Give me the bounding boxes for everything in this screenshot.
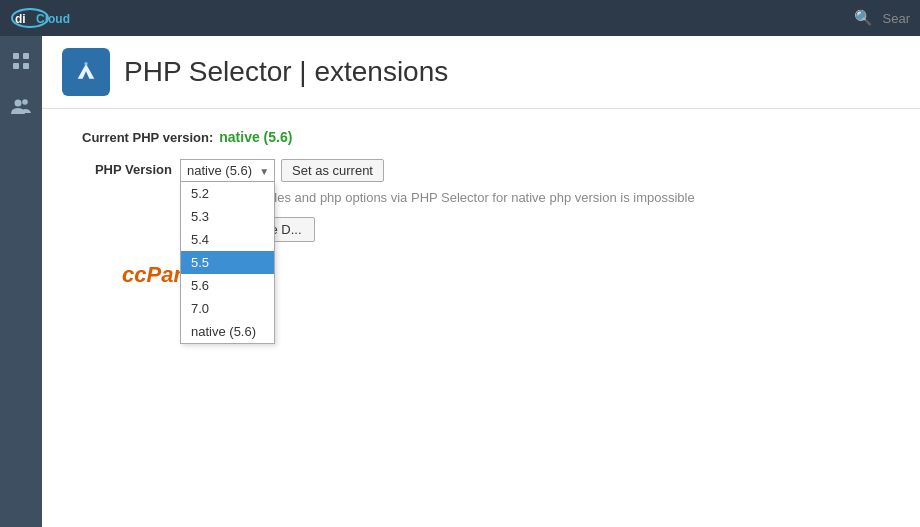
- php-icon: [62, 48, 110, 96]
- dropdown-option-56[interactable]: 5.6: [181, 274, 274, 297]
- dropdown-option-70[interactable]: 7.0: [181, 297, 274, 320]
- dropdown-option-54[interactable]: 5.4: [181, 228, 274, 251]
- set-as-current-button[interactable]: Set as current: [281, 159, 384, 182]
- php-version-label: PHP Version: [82, 159, 172, 177]
- dropdown-option-native56[interactable]: native (5.6): [181, 320, 274, 343]
- topbar: di Cloud 🔍 Sear: [0, 0, 920, 36]
- php-version-select-wrapper: native (5.6) ▼ 5.2 5.3 5.4 5.5 5.6 7.0 n…: [180, 159, 275, 182]
- current-version-value: native (5.6): [219, 129, 292, 145]
- php-version-row: PHP Version native (5.6) ▼ 5.2 5.3 5.4 5…: [82, 159, 880, 182]
- svg-point-8: [22, 99, 28, 105]
- logo: di Cloud: [10, 6, 80, 30]
- grid-icon[interactable]: [6, 46, 36, 76]
- svg-rect-5: [13, 63, 19, 69]
- current-version-row: Current PHP version: native (5.6): [82, 129, 880, 145]
- dropdown-option-52[interactable]: 5.2: [181, 182, 274, 205]
- svg-rect-6: [23, 63, 29, 69]
- layout: PHP Selector | extensions Current PHP ve…: [0, 36, 920, 527]
- dropdown-arrow-icon: ▼: [259, 165, 269, 176]
- sidebar: [0, 36, 42, 527]
- dropdown-option-55[interactable]: 5.5: [181, 251, 274, 274]
- svg-rect-3: [13, 53, 19, 59]
- svg-point-7: [15, 100, 22, 107]
- search-text: Sear: [883, 11, 910, 26]
- page-content: Current PHP version: native (5.6) PHP Ve…: [42, 109, 920, 308]
- dropdown-option-53[interactable]: 5.3: [181, 205, 274, 228]
- svg-rect-4: [23, 53, 29, 59]
- selected-value: native (5.6): [187, 163, 252, 178]
- users-icon[interactable]: [6, 92, 36, 122]
- php-version-dropdown: 5.2 5.3 5.4 5.5 5.6 7.0 native (5.6): [180, 182, 275, 344]
- page-title: PHP Selector | extensions: [124, 56, 448, 88]
- content: PHP Selector | extensions Current PHP ve…: [42, 36, 920, 527]
- php-version-select[interactable]: native (5.6) ▼: [180, 159, 275, 182]
- dicloud-logo: di Cloud: [10, 6, 80, 30]
- svg-text:Cloud: Cloud: [36, 12, 70, 26]
- svg-rect-9: [71, 57, 101, 87]
- search-icon[interactable]: 🔍: [854, 9, 873, 27]
- current-version-label: Current PHP version:: [82, 130, 213, 145]
- topbar-right: 🔍 Sear: [854, 9, 910, 27]
- page-header: PHP Selector | extensions: [42, 36, 920, 109]
- warning-text: modules and php options via PHP Selector…: [242, 190, 695, 205]
- svg-point-10: [84, 62, 87, 65]
- svg-text:di: di: [15, 12, 26, 26]
